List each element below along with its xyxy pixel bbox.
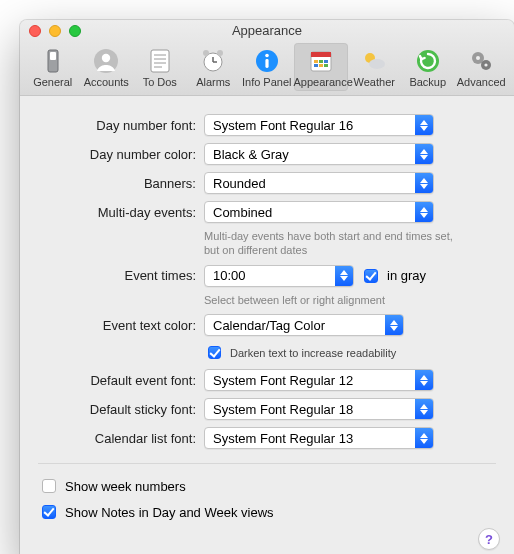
- bottom-options: Show week numbers Show Notes in Day and …: [38, 463, 496, 522]
- day-number-color-select[interactable]: Black & Gray: [204, 143, 434, 165]
- titlebar: Appearance: [20, 20, 514, 41]
- toolbar-item-advanced[interactable]: Advanced: [455, 43, 509, 91]
- toolbar-item-label: Accounts: [80, 76, 134, 88]
- chevron-updown-icon: [415, 144, 433, 164]
- default-sticky-font-label: Default sticky font:: [38, 402, 196, 417]
- list-icon: [144, 46, 176, 76]
- toolbar-item-weather[interactable]: Weather: [348, 43, 402, 91]
- toolbar-item-label: Advanced: [455, 76, 509, 88]
- toolbar-item-label: General: [26, 76, 80, 88]
- chevron-updown-icon: [415, 428, 433, 448]
- show-notes-label: Show Notes in Day and Week views: [65, 505, 274, 520]
- event-times-hint: Select between left or right alignment: [204, 294, 496, 308]
- toolbar-item-backup[interactable]: Backup: [401, 43, 455, 91]
- select-value: Rounded: [205, 176, 415, 191]
- chevron-updown-icon: [335, 266, 353, 286]
- chevron-updown-icon: [415, 115, 433, 135]
- weather-icon: [358, 46, 390, 76]
- calendar-list-font-label: Calendar list font:: [38, 431, 196, 446]
- default-event-font-select[interactable]: System Font Regular 12: [204, 369, 434, 391]
- svg-rect-4: [151, 50, 169, 72]
- info-icon: [251, 46, 283, 76]
- day-number-font-label: Day number font:: [38, 118, 196, 133]
- banners-label: Banners:: [38, 176, 196, 191]
- svg-rect-24: [324, 64, 328, 67]
- prefs-toolbar: General Accounts To Dos Alarms Info Pane: [20, 41, 514, 96]
- multi-day-events-hint: Multi-day events have both start and end…: [204, 230, 464, 258]
- svg-point-29: [476, 56, 480, 60]
- show-notes-checkbox[interactable]: Show Notes in Day and Week views: [38, 502, 496, 522]
- chevron-updown-icon: [385, 315, 403, 335]
- toolbar-item-label: Backup: [401, 76, 455, 88]
- day-number-font-select[interactable]: System Font Regular 16: [204, 114, 434, 136]
- toolbar-item-accounts[interactable]: Accounts: [80, 43, 134, 91]
- select-value: System Font Regular 13: [205, 431, 415, 446]
- svg-point-31: [485, 63, 488, 66]
- darken-text-checkbox[interactable]: Darken text to increase readability: [204, 343, 496, 362]
- appearance-pane: Day number font: System Font Regular 16 …: [20, 96, 514, 554]
- svg-point-26: [369, 59, 385, 69]
- darken-text-label: Darken text to increase readability: [230, 347, 396, 359]
- svg-point-10: [203, 50, 209, 56]
- svg-rect-22: [314, 64, 318, 67]
- day-number-color-label: Day number color:: [38, 147, 196, 162]
- event-text-color-select[interactable]: Calendar/Tag Color: [204, 314, 404, 336]
- toolbar-item-todos[interactable]: To Dos: [133, 43, 187, 91]
- in-gray-checkbox[interactable]: in gray: [360, 266, 426, 286]
- select-value: 10:00: [205, 268, 335, 283]
- preferences-window: Appearance General Accounts To Dos Ala: [20, 20, 514, 554]
- event-times-label: Event times:: [38, 268, 196, 283]
- calendar-list-font-select[interactable]: System Font Regular 13: [204, 427, 434, 449]
- alarm-icon: [197, 46, 229, 76]
- toolbar-item-label: Appearance: [294, 76, 348, 88]
- select-value: System Font Regular 12: [205, 373, 415, 388]
- select-value: Black & Gray: [205, 147, 415, 162]
- question-icon: ?: [485, 532, 493, 547]
- switch-icon: [37, 46, 69, 76]
- gears-icon: [465, 46, 497, 76]
- multi-day-events-label: Multi-day events:: [38, 205, 196, 220]
- multi-day-events-select[interactable]: Combined: [204, 201, 434, 223]
- show-notes-input[interactable]: [42, 505, 56, 519]
- default-event-font-label: Default event font:: [38, 373, 196, 388]
- user-icon: [90, 46, 122, 76]
- in-gray-label: in gray: [387, 268, 426, 283]
- select-value: Combined: [205, 205, 415, 220]
- select-value: Calendar/Tag Color: [205, 318, 385, 333]
- svg-rect-20: [319, 60, 323, 63]
- svg-point-3: [102, 54, 110, 62]
- toolbar-item-alarms[interactable]: Alarms: [187, 43, 241, 91]
- svg-rect-19: [314, 60, 318, 63]
- svg-rect-18: [311, 52, 331, 57]
- toolbar-item-appearance[interactable]: Appearance: [294, 43, 348, 91]
- toolbar-item-label: Weather: [348, 76, 402, 88]
- chevron-updown-icon: [415, 202, 433, 222]
- backup-icon: [412, 46, 444, 76]
- chevron-updown-icon: [415, 399, 433, 419]
- svg-rect-16: [265, 59, 268, 68]
- banners-select[interactable]: Rounded: [204, 172, 434, 194]
- chevron-updown-icon: [415, 370, 433, 390]
- svg-point-15: [265, 54, 269, 58]
- toolbar-item-label: Alarms: [187, 76, 241, 88]
- show-week-numbers-input[interactable]: [42, 479, 56, 493]
- toolbar-item-general[interactable]: General: [26, 43, 80, 91]
- select-value: System Font Regular 16: [205, 118, 415, 133]
- svg-rect-1: [50, 52, 56, 60]
- event-times-select[interactable]: 10:00: [204, 265, 354, 287]
- chevron-updown-icon: [415, 173, 433, 193]
- toolbar-item-info-panel[interactable]: Info Panel: [240, 43, 294, 91]
- default-sticky-font-select[interactable]: System Font Regular 18: [204, 398, 434, 420]
- toolbar-item-label: Info Panel: [240, 76, 294, 88]
- toolbar-item-label: To Dos: [133, 76, 187, 88]
- darken-text-input[interactable]: [208, 346, 221, 359]
- window-title: Appearance: [20, 23, 514, 38]
- select-value: System Font Regular 18: [205, 402, 415, 417]
- svg-rect-23: [319, 64, 323, 67]
- show-week-numbers-label: Show week numbers: [65, 479, 186, 494]
- svg-point-11: [217, 50, 223, 56]
- show-week-numbers-checkbox[interactable]: Show week numbers: [38, 476, 496, 496]
- svg-rect-21: [324, 60, 328, 63]
- in-gray-input[interactable]: [364, 269, 378, 283]
- calendar-icon: [305, 46, 337, 76]
